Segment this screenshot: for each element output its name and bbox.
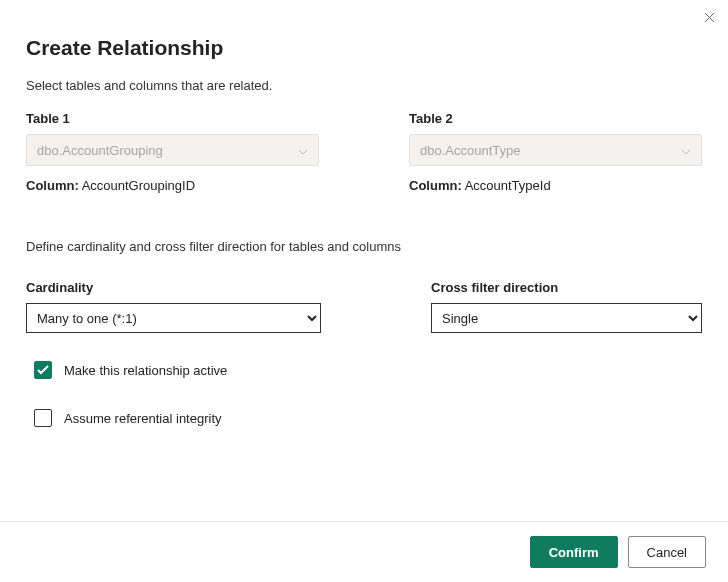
cross-filter-label: Cross filter direction bbox=[431, 280, 702, 295]
checkbox-refint-row: Assume referential integrity bbox=[34, 409, 702, 427]
cardinality-section: Define cardinality and cross filter dire… bbox=[26, 239, 702, 427]
table2-column-value: AccountTypeId bbox=[465, 178, 551, 193]
cancel-button[interactable]: Cancel bbox=[628, 536, 706, 568]
table2-label: Table 2 bbox=[409, 111, 702, 126]
confirm-button[interactable]: Confirm bbox=[530, 536, 618, 568]
table2-col: Table 2 dbo.AccountType Column: AccountT… bbox=[409, 111, 702, 193]
chevron-down-icon bbox=[298, 143, 308, 158]
checkbox-refint-label[interactable]: Assume referential integrity bbox=[64, 411, 222, 426]
section2-desc: Define cardinality and cross filter dire… bbox=[26, 239, 702, 254]
table2-value: dbo.AccountType bbox=[420, 143, 520, 158]
checkbox-refint[interactable] bbox=[34, 409, 52, 427]
checkboxes-group: Make this relationship active Assume ref… bbox=[26, 361, 702, 427]
check-icon bbox=[37, 365, 49, 375]
cardinality-label: Cardinality bbox=[26, 280, 321, 295]
close-button[interactable] bbox=[700, 8, 718, 26]
table2-select: dbo.AccountType bbox=[409, 134, 702, 166]
table1-column-value: AccountGroupingID bbox=[82, 178, 195, 193]
dialog-subtitle: Select tables and columns that are relat… bbox=[26, 78, 702, 93]
cardinality-col: Cardinality Many to one (*:1) bbox=[26, 280, 321, 333]
chevron-down-icon bbox=[681, 143, 691, 158]
table1-col: Table 1 dbo.AccountGrouping Column: Acco… bbox=[26, 111, 319, 193]
table2-column: Column: AccountTypeId bbox=[409, 178, 702, 193]
cross-filter-select[interactable]: Single bbox=[431, 303, 702, 333]
dialog-footer: Confirm Cancel bbox=[0, 521, 728, 582]
tables-row: Table 1 dbo.AccountGrouping Column: Acco… bbox=[26, 111, 702, 193]
create-relationship-dialog: Create Relationship Select tables and co… bbox=[0, 0, 728, 427]
cardinality-row: Cardinality Many to one (*:1) Cross filt… bbox=[26, 280, 702, 333]
table1-value: dbo.AccountGrouping bbox=[37, 143, 163, 158]
checkbox-active-label[interactable]: Make this relationship active bbox=[64, 363, 227, 378]
checkbox-active[interactable] bbox=[34, 361, 52, 379]
table2-column-label: Column: bbox=[409, 178, 462, 193]
close-icon bbox=[704, 12, 715, 23]
table1-column-label: Column: bbox=[26, 178, 79, 193]
table1-column: Column: AccountGroupingID bbox=[26, 178, 319, 193]
dialog-title: Create Relationship bbox=[26, 36, 702, 60]
table1-select: dbo.AccountGrouping bbox=[26, 134, 319, 166]
cross-filter-col: Cross filter direction Single bbox=[431, 280, 702, 333]
checkbox-active-row: Make this relationship active bbox=[34, 361, 702, 379]
table1-label: Table 1 bbox=[26, 111, 319, 126]
cardinality-select[interactable]: Many to one (*:1) bbox=[26, 303, 321, 333]
